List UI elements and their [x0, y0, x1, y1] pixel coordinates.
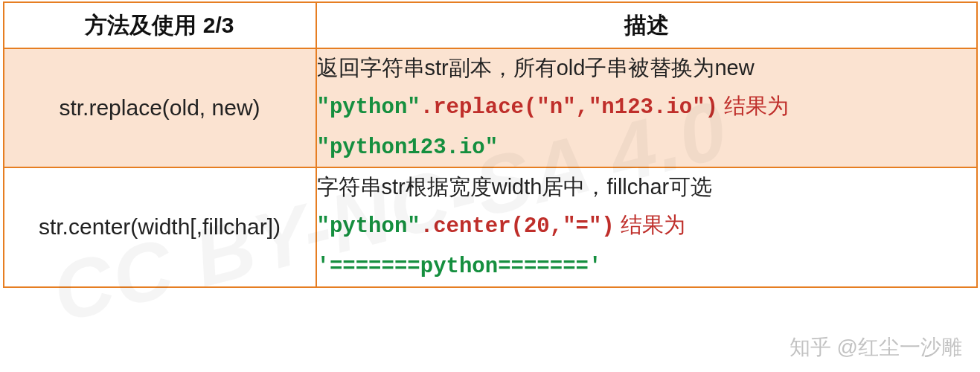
- header-desc: 描述: [316, 2, 977, 48]
- table-row: str.replace(old, new) 返回字符串str副本，所有old子串…: [4, 48, 977, 167]
- code-string: "python": [317, 95, 420, 120]
- table-header: 方法及使用 2/3 描述: [4, 2, 977, 48]
- method-name-cell: str.center(width[,fillchar]): [4, 167, 316, 286]
- desc-text: 返回字符串str副本，所有old子串被替换为new: [317, 56, 755, 80]
- methods-table: 方法及使用 2/3 描述 str.replace(old, new) 返回字符串…: [3, 1, 978, 288]
- desc-text: 字符串str根据宽度width居中，fillchar可选: [317, 175, 713, 199]
- code-call: .center(20,"="): [420, 214, 615, 239]
- code-result: '=======python=======': [317, 254, 602, 279]
- code-result: "python123.io": [317, 135, 499, 160]
- result-label: 结果为: [615, 213, 685, 237]
- method-name-cell: str.replace(old, new): [4, 48, 316, 167]
- header-method: 方法及使用 2/3: [4, 2, 316, 48]
- table-row: str.center(width[,fillchar]) 字符串str根据宽度w…: [4, 167, 977, 286]
- watermark-zhihu: 知乎 @红尘一沙雕: [790, 333, 962, 362]
- method-desc-cell: 字符串str根据宽度width居中，fillchar可选 "python".ce…: [316, 167, 977, 286]
- code-call: .replace("n","n123.io"): [420, 95, 718, 120]
- code-string: "python": [317, 214, 420, 239]
- method-desc-cell: 返回字符串str副本，所有old子串被替换为new "python".repla…: [316, 48, 977, 167]
- result-label: 结果为: [718, 94, 789, 118]
